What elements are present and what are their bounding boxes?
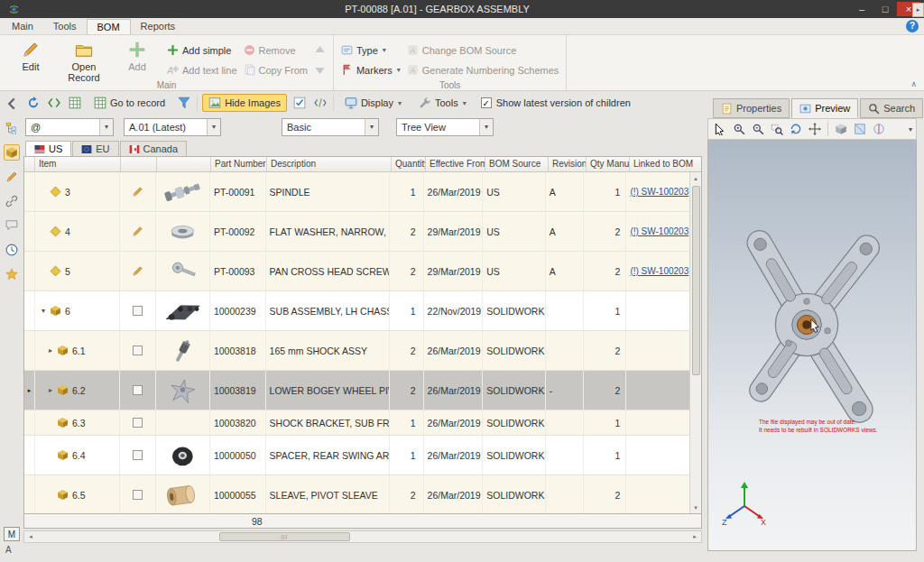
refresh-button[interactable] <box>25 95 42 111</box>
open-record-button[interactable]: Open Record <box>60 38 107 79</box>
remove-button[interactable]: Remove <box>244 42 308 58</box>
move-down-button[interactable] <box>314 62 326 78</box>
scroll-track[interactable]: ||| <box>37 531 688 542</box>
table-row-4[interactable]: 4PT-00092FLAT WASHER, NARROW, M4229/Mar/… <box>24 212 689 252</box>
favorites-icon[interactable] <box>4 266 20 282</box>
linked-bom-link[interactable]: (!) SW-100203 <box>630 226 688 236</box>
table-row-6.3[interactable]: 6.310003820SHOCK BRACKET, SUB FRAME126/M… <box>24 410 689 436</box>
pencil-icon[interactable] <box>132 265 143 277</box>
row-checkbox[interactable] <box>133 345 143 355</box>
bom-view-icon[interactable] <box>4 144 20 161</box>
maximize-button[interactable]: □ <box>873 2 897 16</box>
scroll-up-icon[interactable]: ▴ <box>694 172 698 184</box>
grid-view-button[interactable] <box>67 95 83 111</box>
row-expander-icon[interactable]: ▾ <box>39 307 48 315</box>
scroll-thumb[interactable] <box>692 186 700 375</box>
column-header-description[interactable]: Description <box>267 157 392 171</box>
panel-expand-button[interactable]: ▸ <box>912 3 924 17</box>
column-header-qty-manu-[interactable]: Qty Manu... <box>587 157 630 171</box>
scroll-left-icon[interactable]: ◂ <box>24 533 37 540</box>
validate-button[interactable] <box>291 95 308 111</box>
table-row-6.4[interactable]: 6.410000050SPACER, REAR SWING ARM126/Mar… <box>24 436 689 475</box>
preview-viewport[interactable]: The file displayed may be out of date. I… <box>707 140 917 551</box>
copy-from-button[interactable]: Copy From <box>244 62 308 78</box>
region-tab-us[interactable]: US <box>25 141 71 156</box>
grid-horizontal-scrollbar[interactable]: ◂ ||| ▸ <box>23 530 702 543</box>
tools-menu-button[interactable]: Tools▾ <box>412 94 473 112</box>
linked-bom-link[interactable]: (!) SW-100203 <box>630 187 688 197</box>
column-header-quantity[interactable]: Quantity <box>392 157 426 171</box>
history-icon[interactable] <box>4 242 20 258</box>
column-header-linked-to-bom[interactable]: Linked to BOM <box>630 157 693 171</box>
zoomout-tool-button[interactable] <box>750 121 766 137</box>
export-xml-button[interactable] <box>46 95 62 111</box>
table-row-6.5[interactable]: 6.510000055SLEAVE, PIVOT SLEAVE226/Mar/2… <box>24 475 689 513</box>
scroll-thumb[interactable]: ||| <box>219 532 349 541</box>
layout-combobox[interactable]: Basic ▾ <box>282 118 379 136</box>
markers-button[interactable]: Markers▾ <box>341 62 401 78</box>
panel-tab-preview[interactable]: Preview <box>791 98 858 118</box>
table-row-6.2[interactable]: ▸▸6.210003819LOWER BOGEY WHEEL PIVOT226/… <box>24 371 689 410</box>
scroll-right-icon[interactable]: ▸ <box>688 533 701 540</box>
type-button[interactable]: Type▾ <box>341 42 401 58</box>
rotate-tool-button[interactable] <box>788 121 804 137</box>
view-combobox[interactable]: Tree View ▾ <box>396 118 494 136</box>
column-header-bom-source[interactable]: BOM Source <box>485 157 549 171</box>
move-up-button[interactable] <box>314 42 326 58</box>
go-to-record-button[interactable]: Go to record <box>88 94 171 112</box>
row-checkbox[interactable] <box>133 450 143 460</box>
style-tool-button[interactable] <box>852 121 868 137</box>
row-expander-icon[interactable]: ▸ <box>46 346 55 355</box>
linked-bom-link[interactable]: (!) SW-100203 <box>630 266 688 276</box>
ribbon-tab-reports[interactable]: Reports <box>131 19 186 34</box>
section-tool-button[interactable] <box>871 121 887 137</box>
add-text-line-button[interactable]: A Add text line <box>167 62 237 78</box>
change-bom-source-button[interactable]: A Change BOM Source <box>407 42 559 58</box>
ribbon-tab-tools[interactable]: Tools <box>43 19 87 34</box>
filter-button[interactable] <box>176 95 192 111</box>
panel-tab-properties[interactable]: Properties <box>713 98 790 118</box>
zoomin-tool-button[interactable] <box>731 121 747 137</box>
row-checkbox[interactable] <box>133 490 143 500</box>
dropdown-arrow-icon[interactable]: ▾ <box>207 119 220 135</box>
dropdown-arrow-icon[interactable]: ▾ <box>99 119 113 135</box>
show-latest-checkbox[interactable]: ✓ Show latest version of children <box>481 97 631 108</box>
m-button[interactable]: M <box>4 527 20 541</box>
structure-view-icon[interactable] <box>4 120 20 136</box>
viewcube-tool-button[interactable] <box>833 121 849 137</box>
table-row-6.1[interactable]: ▸6.110003818165 mm SHOCK ASSY226/Mar/201… <box>24 331 689 371</box>
column-header-blank[interactable] <box>24 157 35 171</box>
nav-back-icon[interactable] <box>4 96 20 112</box>
column-header-blank[interactable] <box>121 157 157 171</box>
pan-tool-button[interactable] <box>807 121 823 137</box>
region-tab-canada[interactable]: Canada <box>120 141 188 156</box>
panel-tab-search[interactable]: Search <box>860 98 923 118</box>
display-menu-button[interactable]: Display▾ <box>338 94 408 112</box>
viewer-more-button[interactable]: ▾ <box>909 125 912 134</box>
add-simple-button[interactable]: Add simple <box>167 42 237 58</box>
revision-combobox[interactable]: A.01 (Latest) ▾ <box>124 118 221 136</box>
pointer-tool-button[interactable] <box>712 121 728 137</box>
filter-combobox[interactable]: @ ▾ <box>25 118 114 136</box>
ribbon-tab-main[interactable]: Main <box>2 19 43 34</box>
table-row-5[interactable]: 5PT-00093PAN CROSS HEAD SCREW, M4 X 8229… <box>24 252 689 291</box>
ribbon-collapse-button[interactable]: ∧ <box>910 79 917 88</box>
row-expander-icon[interactable]: ▸ <box>46 386 55 394</box>
help-icon[interactable]: ? <box>906 20 919 32</box>
pencil-icon[interactable] <box>132 186 143 198</box>
edit-mode-icon[interactable] <box>4 169 20 185</box>
column-header-effective-from[interactable]: Effective From <box>426 157 485 171</box>
column-header-blank[interactable] <box>157 157 211 171</box>
table-row-6[interactable]: ▾610000239SUB ASSEMBLY, LH CHASSIS122/No… <box>24 291 689 331</box>
table-row-3[interactable]: 3PT-00091SPINDLE126/Mar/2019USA1(!) SW-1… <box>24 172 689 212</box>
ribbon-tab-bom[interactable]: BOM <box>87 19 131 34</box>
column-header-part-number[interactable]: Part Number <box>211 157 267 171</box>
column-header-item[interactable]: Item <box>35 157 121 171</box>
edit-button[interactable]: Edit <box>7 38 54 79</box>
add-button[interactable]: Add <box>114 38 161 79</box>
region-tab-eu[interactable]: EU <box>72 141 118 156</box>
zoomwin-tool-button[interactable] <box>769 121 785 137</box>
row-checkbox[interactable] <box>133 306 143 316</box>
row-checkbox[interactable] <box>133 418 143 428</box>
dropdown-arrow-icon[interactable]: ▾ <box>365 119 378 135</box>
